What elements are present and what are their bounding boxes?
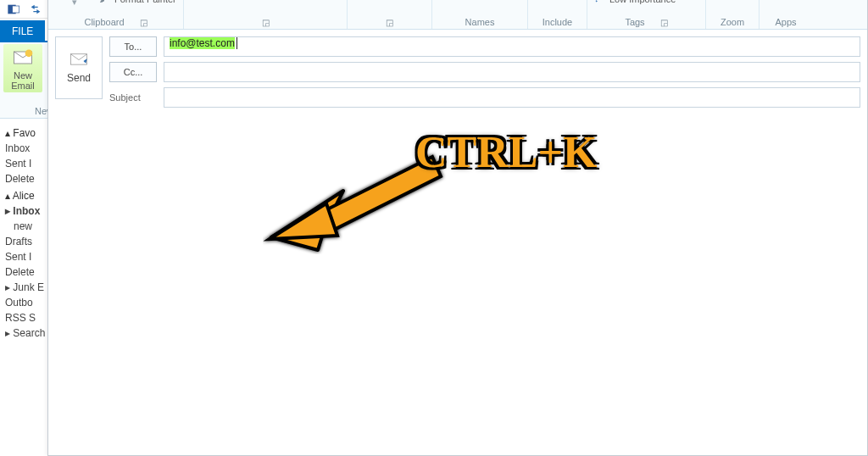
- nav-fav-inbox[interactable]: Inbox: [5, 142, 42, 154]
- paste-button[interactable]: Paste▾: [55, 0, 94, 8]
- nav-search[interactable]: ▸ Search: [5, 327, 42, 339]
- font-launcher-icon[interactable]: ◲: [262, 18, 270, 27]
- cc-field[interactable]: [164, 62, 860, 82]
- to-field[interactable]: info@test.com: [164, 36, 860, 57]
- tab-file[interactable]: FILE: [0, 20, 45, 42]
- group-include-label: Include: [542, 17, 572, 27]
- nav-sent[interactable]: Sent I: [5, 251, 42, 263]
- compose-address-area: Send To... info@test.com Cc... Subject: [48, 30, 867, 114]
- group-clipboard-label: Clipboard: [84, 17, 124, 27]
- format-painter-button[interactable]: 🖌Format Painter: [99, 0, 176, 8]
- nav-drafts[interactable]: Drafts: [5, 236, 42, 247]
- nav-rss[interactable]: RSS S: [5, 312, 42, 324]
- folder-nav: ▴ Favo Inbox Sent I Delete ▴ Alice ▸ Inb…: [0, 119, 46, 456]
- paintbrush-icon: 🖌: [99, 0, 111, 5]
- para-launcher-icon[interactable]: ◲: [386, 18, 393, 27]
- new-email-button[interactable]: New Email: [3, 44, 42, 92]
- to-button[interactable]: To...: [109, 36, 157, 57]
- group-zoom-label: Zoom: [721, 17, 744, 27]
- nav-account-header[interactable]: ▴ Alice: [5, 190, 42, 202]
- nav-fav-deleted[interactable]: Delete: [5, 173, 42, 185]
- send-label: Send: [67, 72, 91, 84]
- svg-point-3: [25, 49, 33, 57]
- cc-button[interactable]: Cc...: [109, 62, 157, 82]
- nav-deleted[interactable]: Delete: [5, 266, 42, 278]
- arrow-down-icon: ↓: [594, 0, 606, 5]
- nav-fav-sent[interactable]: Sent I: [5, 158, 42, 170]
- compose-ribbon: Paste▾ ✂Cut 📄Copy 🖌Format Painter Clipbo…: [48, 0, 867, 30]
- low-importance[interactable]: ↓Low Importance: [594, 0, 698, 8]
- nav-outbox[interactable]: Outbo: [5, 297, 42, 309]
- group-tags-label: Tags: [625, 17, 644, 27]
- new-email-label: New Email: [11, 71, 35, 91]
- envelope-new-icon: [11, 46, 35, 70]
- compose-window: 💾 ↶ ↷ ↑ ↓ ▾ Untitled - Message (HTML) ? …: [47, 0, 868, 456]
- group-names-label: Names: [465, 17, 495, 27]
- to-field-value: info@test.com: [170, 37, 235, 49]
- subject-field[interactable]: [164, 87, 860, 108]
- group-apps-label: Apps: [775, 17, 796, 27]
- send-button[interactable]: Send: [55, 36, 103, 99]
- nav-junk[interactable]: ▸ Junk E: [5, 281, 42, 293]
- send-envelope-icon: [67, 52, 91, 70]
- nav-inbox[interactable]: ▸ Inbox: [5, 205, 42, 217]
- nav-new[interactable]: new: [5, 220, 42, 232]
- subject-label: Subject: [109, 92, 157, 103]
- tags-launcher-icon[interactable]: ◲: [660, 18, 668, 27]
- clipboard-launcher-icon[interactable]: ◲: [140, 18, 147, 27]
- nav-favorites-header[interactable]: ▴ Favo: [5, 127, 42, 139]
